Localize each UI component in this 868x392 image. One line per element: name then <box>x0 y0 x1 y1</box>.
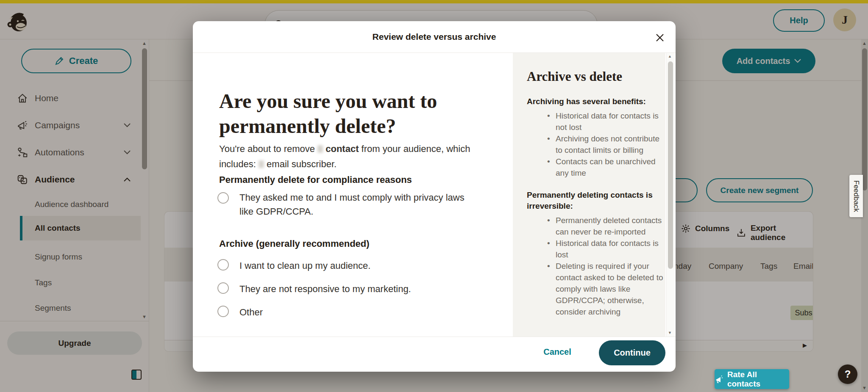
modal-body-text: You're about to remove contact from your… <box>219 141 490 171</box>
modal-scrollbar[interactable]: ▲ ▼ <box>666 53 675 337</box>
radio-not-responsive[interactable] <box>217 282 229 294</box>
radio-other[interactable] <box>217 306 229 317</box>
redacted-count <box>259 160 264 168</box>
modal-scrollbar-thumb[interactable] <box>668 61 673 269</box>
radio-comply-privacy[interactable] <box>217 192 229 204</box>
feedback-tab[interactable]: Feedback <box>849 175 863 217</box>
close-icon <box>655 33 665 43</box>
cancel-button[interactable]: Cancel <box>532 347 583 357</box>
radio-clean-up[interactable] <box>217 259 229 271</box>
archive-vs-delete-panel: Archive vs delete Archiving has several … <box>513 53 665 337</box>
mailchimp-app: Search Mailchimp Help J Create Home Camp… <box>0 0 868 392</box>
list-item: Contacts can be unarchived any time <box>545 156 665 179</box>
delete-vs-archive-modal: Review delete versus archive Are you sur… <box>193 21 676 372</box>
radio-comply-privacy-label[interactable]: They asked me to and I must comply with … <box>239 190 477 218</box>
irreversible-label: Permanently deleting contacts is irrever… <box>527 190 658 212</box>
question-mark-icon: ? <box>845 368 851 380</box>
archive-section-label: Archive (generally recommended) <box>219 238 370 249</box>
scroll-up-arrow-icon[interactable]: ▲ <box>668 55 672 58</box>
contact-count-bold: contact <box>326 144 359 154</box>
scroll-down-arrow-icon[interactable]: ▼ <box>668 331 672 335</box>
modal-heading: Are you sure you want to permanently del… <box>219 89 499 138</box>
list-item: Archiving does not contribute to contact… <box>545 133 665 156</box>
list-item: Historical data for contacts is not lost <box>545 110 665 133</box>
radio-other-label[interactable]: Other <box>239 305 477 319</box>
list-item: Deleting is required if your contact ask… <box>545 260 665 317</box>
benefits-label: Archiving has several benefits: <box>527 96 658 108</box>
close-button[interactable] <box>654 31 666 44</box>
rate-all-contacts-button[interactable]: Rate All contacts <box>715 369 789 389</box>
modal-footer: Cancel Continue <box>193 337 676 372</box>
radio-not-responsive-label[interactable]: They are not responsive to my marketing. <box>239 282 477 296</box>
irreversible-list: Permanently deleted contacts can never b… <box>527 215 655 317</box>
modal-title: Review delete versus archive <box>373 32 496 42</box>
megaphone-icon <box>715 375 723 384</box>
radio-clean-up-label[interactable]: I want to clean up my audience. <box>239 259 477 273</box>
delete-section-label: Permanently delete for compliance reason… <box>219 174 412 185</box>
help-beacon-button[interactable]: ? <box>838 364 857 384</box>
list-item: Historical data for contacts is lost <box>545 237 665 260</box>
list-item: Permanently deleted contacts can never b… <box>545 215 665 237</box>
redacted-count <box>317 145 323 153</box>
continue-button[interactable]: Continue <box>599 340 665 365</box>
benefits-list: Historical data for contacts is not lost… <box>527 110 655 179</box>
panel-title: Archive vs delete <box>527 69 655 84</box>
modal-header: Review delete versus archive <box>193 21 676 53</box>
